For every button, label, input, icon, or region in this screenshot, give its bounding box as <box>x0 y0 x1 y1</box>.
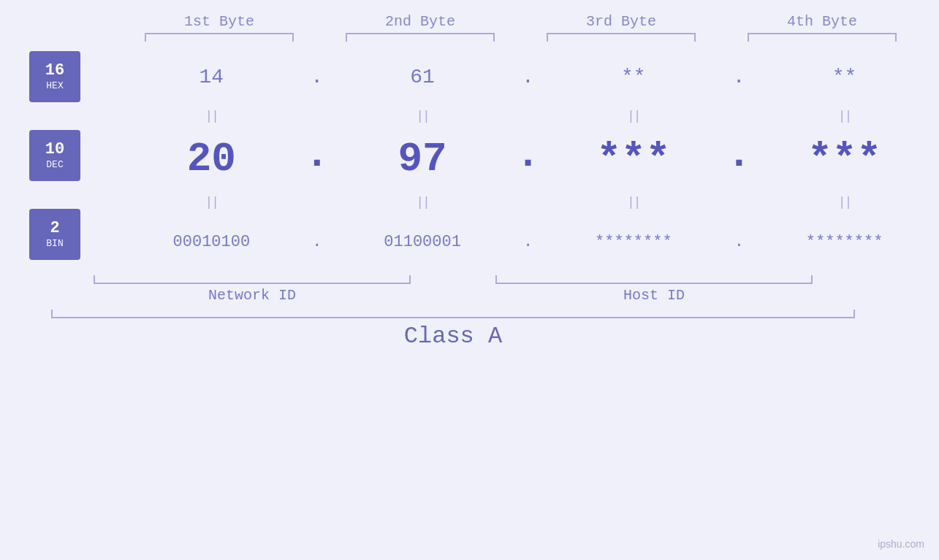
hex-dot-1: . <box>311 66 323 88</box>
eq-2-3: || <box>627 195 640 210</box>
byte2-header: 2nd Byte <box>320 13 521 30</box>
eq-1-3: || <box>627 109 640 123</box>
hex-badge-label: HEX <box>46 80 63 91</box>
bin-cell-4: ******** <box>750 233 939 251</box>
main-container: 1st Byte 2nd Byte 3rd Byte 4th Byte 16 H… <box>0 0 939 560</box>
dec-dot-3: . <box>726 139 751 172</box>
eq-1-2: || <box>416 109 429 123</box>
outer-bracket <box>51 310 855 318</box>
hex-cell-3: ** <box>539 66 729 88</box>
eq-2-1: || <box>205 195 218 210</box>
eq-1-4: || <box>838 109 851 123</box>
byte-headers: 1st Byte 2nd Byte 3rd Byte 4th Byte <box>119 13 923 30</box>
dec-cell-1: 20 <box>117 136 306 183</box>
dec-cell-4: *** <box>750 136 939 183</box>
byte3-header: 3rd Byte <box>521 13 722 30</box>
hex-cell-2: 61 <box>328 66 517 88</box>
bin-dot-1: . <box>312 233 322 251</box>
hex-val-3: ** <box>621 66 646 88</box>
content-area: 16 HEX 10 DEC 2 BIN <box>0 47 939 271</box>
top-brackets <box>119 33 923 42</box>
byte1-header: 1st Byte <box>119 13 320 30</box>
dec-dot-1: . <box>305 139 330 172</box>
hex-badge-row: 16 HEX <box>29 47 117 106</box>
dec-val-4: *** <box>807 136 881 183</box>
bin-badge-row: 2 BIN <box>29 205 117 264</box>
outer-bracket-container <box>51 310 855 318</box>
dec-row: 20 . 97 . *** . *** <box>117 126 939 192</box>
dec-badge-label: DEC <box>46 159 63 170</box>
bin-cell-2: 01100001 <box>328 233 517 251</box>
bin-badge: 2 BIN <box>29 209 80 260</box>
bin-badge-label: BIN <box>46 238 63 249</box>
dec-badge: 10 DEC <box>29 130 80 181</box>
dec-badge-row: 10 DEC <box>29 126 117 185</box>
id-labels: Network ID Host ID <box>51 287 855 304</box>
hex-row: 14 . 61 . ** . ** <box>117 47 939 106</box>
hex-cell-1: 14 <box>117 66 306 88</box>
dec-dot-2: . <box>516 139 541 172</box>
dec-val-3: *** <box>596 136 670 183</box>
byte4-header: 4th Byte <box>722 13 923 30</box>
hex-dot-2: . <box>522 66 534 88</box>
dec-cell-3: *** <box>539 136 729 183</box>
hex-dot-3: . <box>733 66 745 88</box>
eq-1-1: || <box>205 109 218 123</box>
bin-val-2: 01100001 <box>384 233 461 251</box>
dec-val-1: 20 <box>187 136 236 183</box>
dec-cell-2: 97 <box>328 136 517 183</box>
hex-badge-num: 16 <box>45 62 64 80</box>
bin-badge-num: 2 <box>50 220 59 237</box>
eq-2-2: || <box>416 195 429 210</box>
network-id-bracket <box>94 275 411 284</box>
network-id-label: Network ID <box>51 287 453 304</box>
hex-val-4: ** <box>832 66 857 88</box>
bin-cell-1: 00010100 <box>117 233 306 251</box>
class-label: Class A <box>51 323 855 350</box>
bin-dot-2: . <box>523 233 533 251</box>
bin-val-1: 00010100 <box>173 233 251 251</box>
equals-row-2: || || || || <box>117 192 939 212</box>
equals-row-1: || || || || <box>117 106 939 126</box>
eq-2-4: || <box>838 195 851 210</box>
bin-dot-3: . <box>734 233 744 251</box>
hex-badge: 16 HEX <box>29 51 80 102</box>
hex-val-1: 14 <box>199 66 224 88</box>
host-id-bracket <box>495 275 813 284</box>
host-id-label: Host ID <box>453 287 855 304</box>
dec-val-2: 97 <box>398 136 447 183</box>
hex-val-2: 61 <box>410 66 435 88</box>
bin-row: 00010100 . 01100001 . ******** . <box>117 212 939 271</box>
bin-val-3: ******** <box>595 233 672 251</box>
bottom-brackets <box>51 275 855 284</box>
dec-badge-num: 10 <box>45 141 64 158</box>
bottom-section: Network ID Host ID Class A <box>51 275 939 350</box>
hex-cell-4: ** <box>750 66 939 88</box>
badges-column: 16 HEX 10 DEC 2 BIN <box>29 47 117 271</box>
values-area: 14 . 61 . ** . ** <box>117 47 939 271</box>
watermark: ipshu.com <box>878 538 924 550</box>
bin-val-4: ******** <box>806 233 883 251</box>
bin-cell-3: ******** <box>539 233 729 251</box>
